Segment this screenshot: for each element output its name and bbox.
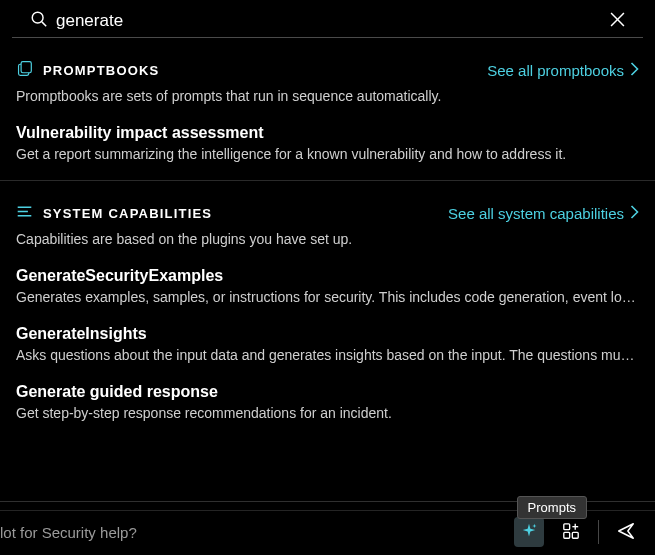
svg-point-0 — [32, 12, 43, 23]
item-description: Get a report summarizing the intelligenc… — [16, 146, 639, 162]
item-description: Asks questions about the input data and … — [16, 347, 639, 363]
svg-line-1 — [42, 22, 46, 26]
capability-item[interactable]: GenerateSecurityExamples Generates examp… — [16, 267, 639, 305]
see-all-promptbooks-label: See all promptbooks — [487, 62, 624, 79]
search-icon — [30, 10, 48, 31]
sparkle-icon — [520, 522, 538, 543]
item-title: Vulnerability impact assessment — [16, 124, 639, 142]
chat-input-placeholder[interactable]: lot for Security help? — [0, 524, 502, 541]
promptbook-item[interactable]: Vulnerability impact assessment Get a re… — [16, 124, 639, 162]
promptbook-icon — [16, 60, 33, 80]
prompts-tooltip: Prompts — [517, 496, 587, 519]
list-icon — [16, 203, 33, 223]
promptbooks-header: PROMPTBOOKS See all promptbooks — [16, 60, 639, 80]
promptbooks-title: PROMPTBOOKS — [43, 63, 159, 78]
tooltip-wrapper: Prompts — [0, 501, 655, 510]
system-capabilities-header: SYSTEM CAPABILITIES See all system capab… — [16, 203, 639, 223]
clear-search-button[interactable] — [610, 12, 625, 30]
chevron-right-icon — [630, 205, 639, 222]
sources-button[interactable] — [556, 517, 586, 547]
grid-plus-icon — [562, 522, 580, 543]
see-all-system-capabilities-link[interactable]: See all system capabilities — [448, 205, 639, 222]
see-all-promptbooks-link[interactable]: See all promptbooks — [487, 62, 639, 79]
prompts-button[interactable] — [514, 517, 544, 547]
svg-rect-5 — [21, 62, 31, 73]
svg-rect-9 — [564, 523, 570, 529]
system-capabilities-section: SYSTEM CAPABILITIES See all system capab… — [0, 180, 655, 431]
item-title: GenerateSecurityExamples — [16, 267, 639, 285]
see-all-system-capabilities-label: See all system capabilities — [448, 205, 624, 222]
chevron-right-icon — [630, 62, 639, 79]
capability-item[interactable]: Generate guided response Get step-by-ste… — [16, 383, 639, 421]
promptbooks-description: Promptbooks are sets of prompts that run… — [16, 88, 639, 104]
search-bar — [12, 0, 643, 38]
search-input[interactable] — [56, 11, 602, 31]
svg-rect-10 — [564, 532, 570, 538]
suggestions-content: PROMPTBOOKS See all promptbooks Promptbo… — [0, 38, 655, 497]
promptbooks-section: PROMPTBOOKS See all promptbooks Promptbo… — [0, 38, 655, 172]
capability-item[interactable]: GenerateInsights Asks questions about th… — [16, 325, 639, 363]
system-capabilities-description: Capabilities are based on the plugins yo… — [16, 231, 639, 247]
item-description: Generates examples, samples, or instruct… — [16, 289, 639, 305]
svg-rect-11 — [572, 532, 578, 538]
divider — [598, 520, 599, 544]
send-button[interactable] — [611, 517, 641, 547]
item-description: Get step-by-step response recommendation… — [16, 405, 639, 421]
item-title: GenerateInsights — [16, 325, 639, 343]
item-title: Generate guided response — [16, 383, 639, 401]
send-icon — [616, 521, 636, 544]
system-capabilities-title: SYSTEM CAPABILITIES — [43, 206, 212, 221]
